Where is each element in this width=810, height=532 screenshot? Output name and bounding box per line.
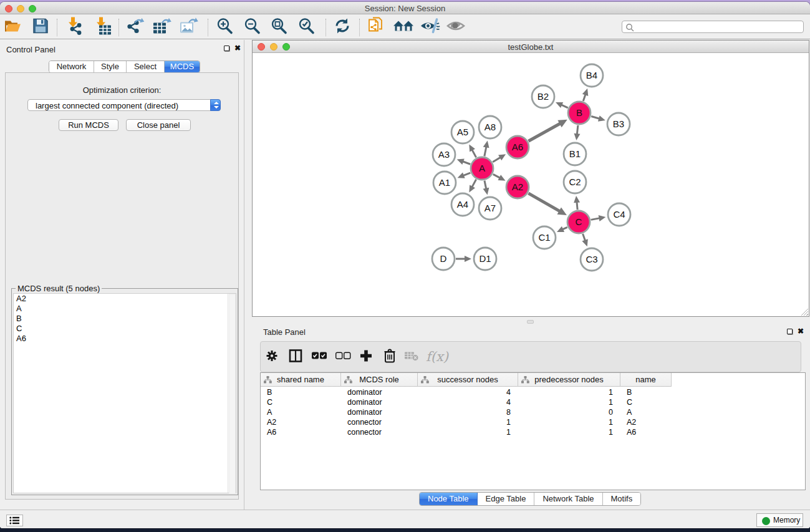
table-row[interactable]: Cdominator41C [261, 397, 672, 407]
cell-successor-nodes[interactable]: 4 [418, 387, 518, 397]
zoom-out-icon[interactable] [243, 17, 261, 36]
splitter-handle[interactable] [527, 320, 534, 324]
cell-predecessor-nodes[interactable]: 0 [518, 407, 620, 417]
close-panel-icon[interactable]: ✖ [798, 327, 804, 336]
cell-successor-nodes[interactable]: 1 [418, 417, 518, 427]
cell-shared-name[interactable]: B [261, 387, 341, 397]
export-network-icon[interactable] [127, 16, 145, 37]
column-header-shared-name[interactable]: shared name [261, 373, 341, 387]
network-graph[interactable]: B4B2BB3A8A5A6A3B1AA1C2A2A4A7C4CC1C3DD1 [253, 54, 809, 316]
scrollbar[interactable] [228, 294, 236, 493]
close-panel-button[interactable]: Close panel [126, 119, 191, 131]
edge-A-A3[interactable] [462, 162, 470, 165]
hide-selected-icon[interactable] [420, 17, 440, 36]
delete-columns-icon[interactable] [383, 349, 396, 365]
edge-A6-B[interactable] [528, 123, 561, 142]
tab-select[interactable]: Select [127, 61, 165, 72]
edge-B-B3[interactable] [591, 116, 600, 118]
window-resize-grip[interactable] [801, 308, 808, 316]
mcds-result-item[interactable]: A [14, 304, 236, 314]
mcds-result-item[interactable]: A6 [14, 334, 236, 344]
edge-A-A8[interactable] [485, 146, 486, 156]
column-header-successor-nodes[interactable]: successor nodes [418, 373, 518, 387]
cell-name[interactable]: A2 [620, 417, 672, 427]
cell-MCDS-role[interactable]: connector [341, 417, 418, 427]
import-network-icon[interactable] [66, 16, 84, 37]
column-header-name[interactable]: name [620, 373, 672, 387]
cell-predecessor-nodes[interactable]: 1 [518, 387, 620, 397]
cell-name[interactable]: C [620, 397, 672, 407]
edge-A-A5[interactable] [472, 149, 476, 157]
float-panel-icon[interactable] [787, 329, 793, 334]
export-table-icon[interactable] [152, 16, 172, 37]
cell-MCDS-role[interactable]: dominator [341, 397, 418, 407]
mcds-result-item[interactable]: C [14, 324, 236, 334]
cell-MCDS-role[interactable]: dominator [341, 387, 418, 397]
column-header-MCDS-role[interactable]: MCDS role [341, 373, 418, 387]
table-row[interactable]: Adominator80A [261, 407, 672, 417]
edge-A-A6[interactable] [493, 157, 501, 162]
show-all-icon[interactable] [446, 17, 466, 36]
cell-name[interactable]: B [620, 387, 672, 397]
mcds-result-item[interactable]: B [14, 314, 236, 324]
zoom-selected-icon[interactable] [297, 17, 315, 36]
memory-indicator[interactable]: Memory [756, 513, 803, 527]
apply-layout-icon[interactable] [334, 17, 351, 36]
cell-predecessor-nodes[interactable]: 1 [518, 427, 620, 437]
mcds-result-list[interactable]: A2ABCA6 [13, 293, 236, 493]
save-session-icon[interactable] [32, 17, 49, 36]
edge-B-B1[interactable] [577, 125, 578, 135]
tab-network-table[interactable]: Network Table [534, 493, 602, 505]
zoom-in-icon[interactable] [216, 17, 233, 36]
network-window-titlebar[interactable]: testGlobe.txt [253, 41, 809, 53]
create-column-icon[interactable] [359, 349, 373, 365]
run-mcds-button[interactable]: Run MCDS [59, 119, 118, 131]
export-image-icon[interactable] [179, 16, 199, 37]
zoom-fit-icon[interactable] [270, 17, 287, 36]
cell-name[interactable]: A [620, 407, 672, 417]
first-neighbors-icon[interactable] [393, 18, 414, 35]
unselect-all-columns-icon[interactable] [335, 352, 351, 362]
cell-shared-name[interactable]: A6 [261, 427, 341, 437]
tab-edge-table[interactable]: Edge Table [478, 493, 535, 505]
column-header-predecessor-nodes[interactable]: predecessor nodes [518, 373, 620, 387]
cell-successor-nodes[interactable]: 1 [418, 427, 518, 437]
cell-name[interactable]: A6 [620, 427, 672, 437]
cell-successor-nodes[interactable]: 8 [418, 407, 518, 417]
edge-A-A7[interactable] [485, 181, 486, 190]
search-box[interactable] [622, 21, 804, 33]
cell-shared-name[interactable]: C [261, 397, 341, 407]
cell-shared-name[interactable]: A [261, 407, 341, 417]
tab-motifs[interactable]: Motifs [603, 493, 641, 505]
show-column-icon[interactable] [289, 349, 302, 365]
table-row[interactable]: A6connector11A6 [261, 427, 672, 437]
cell-predecessor-nodes[interactable]: 1 [518, 397, 620, 407]
delete-table-icon[interactable] [404, 351, 419, 364]
edge-C-C4[interactable] [591, 218, 600, 220]
cell-predecessor-nodes[interactable]: 1 [518, 417, 620, 427]
criterion-select[interactable]: largest connected component (directed) [27, 99, 221, 111]
float-panel-icon[interactable] [224, 46, 229, 51]
tab-network[interactable]: Network [49, 61, 94, 72]
edge-A-A2[interactable] [493, 174, 501, 178]
tab-style[interactable]: Style [94, 61, 127, 72]
import-table-icon[interactable] [94, 16, 112, 37]
show-panels-list-button[interactable] [6, 515, 23, 526]
search-input[interactable] [636, 22, 799, 32]
mcds-result-item[interactable]: A2 [14, 294, 236, 304]
cell-successor-nodes[interactable]: 4 [418, 397, 518, 407]
edge-A2-C[interactable] [528, 193, 560, 211]
close-panel-icon[interactable]: ✖ [234, 44, 241, 52]
table-row[interactable]: A2connector11A2 [261, 417, 672, 427]
tab-node-table[interactable]: Node Table [420, 493, 478, 505]
new-network-from-selection-icon[interactable] [367, 16, 386, 37]
open-session-icon[interactable] [4, 18, 22, 35]
network-canvas[interactable]: B4B2BB3A8A5A6A3B1AA1C2A2A4A7C4CC1C3DD1 [253, 54, 809, 316]
cell-MCDS-role[interactable]: connector [341, 427, 418, 437]
table-row[interactable]: Bdominator41B [261, 387, 672, 397]
cell-MCDS-role[interactable]: dominator [341, 407, 418, 417]
select-all-columns-icon[interactable] [311, 352, 327, 362]
function-builder-icon[interactable]: f(x) [426, 349, 448, 364]
cell-shared-name[interactable]: A2 [261, 417, 341, 427]
edge-A-A4[interactable] [472, 180, 476, 188]
